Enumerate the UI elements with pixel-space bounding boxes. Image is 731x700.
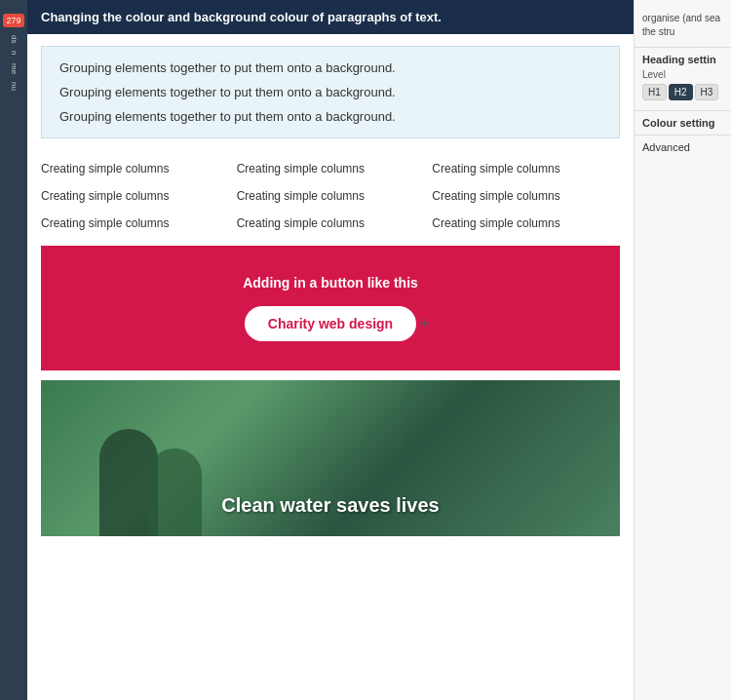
sidebar-badge: 279 bbox=[3, 14, 23, 27]
image-section: Clean water saves lives bbox=[41, 380, 620, 536]
heading-settings-section: Heading settin Level H1 H2 H3 bbox=[635, 47, 731, 106]
advanced-title: Advanced bbox=[635, 135, 731, 155]
column-item-7: Creating simple columns bbox=[237, 213, 425, 234]
right-sidebar-description: organise (and sea the stru bbox=[635, 8, 731, 43]
heading-btn-h3[interactable]: H3 bbox=[695, 84, 719, 100]
button-section: Adding in a button like this Charity web… bbox=[41, 246, 620, 370]
columns-grid: Creating simple columns Creating simple … bbox=[41, 158, 620, 234]
add-icon: + bbox=[420, 314, 431, 334]
cta-button-wrapper: Charity web design + bbox=[245, 306, 416, 341]
image-overlay-text: Clean water saves lives bbox=[221, 494, 439, 517]
grouping-item-2: Grouping elements together to put them o… bbox=[59, 85, 601, 99]
level-label: Level bbox=[642, 69, 723, 80]
cta-button[interactable]: Charity web design bbox=[245, 306, 416, 341]
heading-buttons: H1 H2 H3 bbox=[642, 84, 723, 100]
grouping-item-3: Grouping elements together to put them o… bbox=[59, 109, 601, 124]
columns-section: Creating simple columns Creating simple … bbox=[27, 150, 634, 246]
column-item-2: Creating simple columns bbox=[432, 158, 620, 179]
sidebar-label-me: me bbox=[10, 63, 19, 74]
column-item-5: Creating simple columns bbox=[432, 185, 620, 207]
heading-settings-title: Heading settin bbox=[642, 54, 723, 65]
sidebar-label-nu: nu bbox=[10, 82, 19, 91]
column-item-8: Creating simple columns bbox=[432, 213, 620, 234]
right-sidebar: organise (and sea the stru Heading setti… bbox=[634, 0, 731, 700]
heading-btn-h1[interactable]: H1 bbox=[642, 84, 667, 100]
button-section-title: Adding in a button like this bbox=[243, 275, 418, 291]
column-item-3: Creating simple columns bbox=[41, 185, 229, 207]
header-title: Changing the colour and background colou… bbox=[41, 10, 442, 24]
heading-btn-h2[interactable]: H2 bbox=[669, 84, 693, 100]
grouping-item-1: Grouping elements together to put them o… bbox=[59, 60, 601, 75]
column-item-4: Creating simple columns bbox=[237, 185, 425, 207]
column-item-0: Creating simple columns bbox=[41, 158, 229, 179]
header-bar: Changing the colour and background colou… bbox=[27, 0, 634, 34]
sidebar-label-ds: ds bbox=[10, 35, 19, 43]
grouping-section: Grouping elements together to put them o… bbox=[41, 46, 620, 138]
sidebar-label-n: n bbox=[10, 51, 19, 55]
left-sidebar: 279 ds n me nu bbox=[0, 0, 27, 700]
column-item-1: Creating simple columns bbox=[237, 158, 425, 179]
main-content: Changing the colour and background colou… bbox=[27, 0, 634, 700]
column-item-6: Creating simple columns bbox=[41, 213, 229, 234]
colour-setting-title: Colour setting bbox=[635, 110, 731, 131]
child-silhouette-2 bbox=[148, 448, 202, 536]
